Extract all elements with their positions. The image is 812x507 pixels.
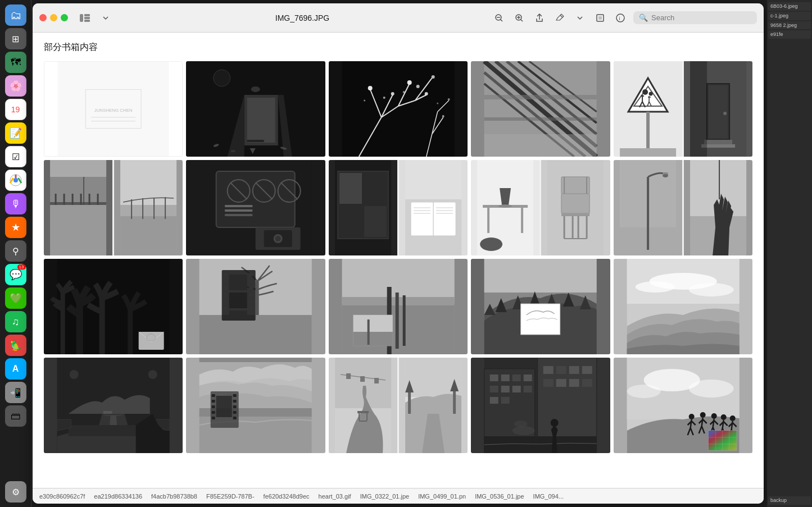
right-file-backup[interactable]: backup [768,496,811,505]
svg-point-201 [635,281,674,293]
dock-icon-toucan[interactable]: 🦜 [5,335,26,356]
search-input[interactable] [651,13,751,22]
share-button[interactable] [531,10,548,26]
sidebar-toggle-button[interactable] [77,12,93,24]
photo-cell-6[interactable] [44,160,183,255]
zoom-in-button[interactable] [511,10,528,26]
svg-rect-102 [225,209,253,212]
svg-rect-246 [501,374,510,381]
dock-icon-reminders[interactable]: ☑ [5,146,26,167]
dock-icon-wechat[interactable]: 💚 [5,287,26,309]
svg-rect-168 [249,280,253,283]
svg-rect-163 [223,286,228,290]
dock-icon-calendar[interactable]: 19 [5,99,26,120]
right-file-4[interactable]: e91fe [768,30,811,39]
edit-button[interactable] [551,10,568,26]
svg-rect-169 [249,286,253,290]
right-file-1[interactable]: 6B03-6.jpeg [768,2,811,11]
zoom-out-button[interactable] [491,10,507,26]
photo-cell-4[interactable] [471,61,610,157]
status-item-4: F85E259D-787B- [206,493,255,500]
photo-cell-12[interactable] [186,259,325,354]
svg-rect-103 [225,214,253,216]
svg-rect-135 [561,213,589,216]
photo-cell-17[interactable] [186,358,325,453]
svg-rect-234 [360,376,365,382]
svg-rect-182 [402,295,405,346]
photo-cell-8[interactable] [329,160,468,255]
status-item-3: f4acb7b98738b8 [151,493,197,500]
photo-cell-19[interactable] [471,358,610,453]
photo-cell-15[interactable] [614,259,752,354]
right-file-3[interactable]: 9658 2.jpeg [768,21,811,30]
svg-rect-247 [512,374,521,381]
photo-cell-1[interactable]: JUNSHENG CHEN [44,61,183,157]
svg-point-42 [447,98,450,101]
status-bar: e309c860962c7f ea219d86334136 f4acb7b987… [33,488,764,504]
markup-button[interactable]: i [612,10,629,26]
dock-icon-messages[interactable]: 💬 13 [5,264,26,285]
dock-icon-appstore[interactable]: A [5,358,26,380]
photo-cell-2[interactable] [186,61,325,157]
svg-line-10 [521,19,523,21]
maximize-button[interactable] [61,14,68,21]
svg-rect-240 [453,390,456,414]
dock-icon-chrome[interactable] [5,170,26,191]
svg-rect-25 [247,98,275,143]
svg-rect-113 [364,206,387,237]
svg-rect-254 [501,397,510,404]
dock-icon-maps[interactable]: 🗺 [5,52,26,73]
svg-rect-248 [524,374,532,381]
photo-cell-16[interactable] [44,358,183,453]
svg-rect-86 [120,216,176,255]
photo-cell-14[interactable] [471,259,610,354]
svg-point-270 [688,380,733,398]
photo-cell-13[interactable] [329,259,468,354]
svg-rect-173 [229,275,247,290]
svg-rect-165 [223,300,228,303]
svg-rect-227 [335,358,391,408]
svg-rect-213 [199,358,312,362]
svg-line-7 [501,19,503,21]
dock-icon-migration[interactable]: 📲 [5,382,26,403]
dropdown2-button[interactable] [571,10,588,26]
photo-cell-10[interactable] [614,160,752,255]
dropdown-button[interactable] [97,10,114,26]
svg-point-266 [551,419,559,427]
svg-rect-238 [408,391,411,414]
photo-cell-18[interactable] [329,358,468,453]
photo-cell-20[interactable] [614,358,752,453]
svg-point-37 [407,80,411,85]
svg-point-149 [663,174,668,177]
right-file-2[interactable]: c-1.jpeg [768,12,811,20]
photo-cell-3[interactable] [329,61,468,157]
dock-icon-launchpad[interactable]: ⊞ [5,28,26,49]
dock-icon-podcasts[interactable]: 🎙 [5,193,26,214]
photo-cell-5[interactable] [614,61,752,157]
svg-point-45 [402,91,405,93]
status-item-2: ea219d86334136 [94,493,142,500]
dock-icon-finder2[interactable]: 🗃 [5,405,26,427]
fullscreen-button[interactable] [592,10,609,26]
close-button[interactable] [39,14,47,21]
dock-icon-spotify[interactable]: ♫ [5,311,26,332]
svg-rect-161 [223,273,228,276]
dock-icon-finder[interactable]: 🗂 [5,4,26,26]
svg-rect-249 [490,386,498,392]
svg-rect-257 [569,366,579,374]
dock-icon-scout[interactable]: ⚲ [5,240,26,262]
dock-icon-photos[interactable]: 🌸 [5,75,26,97]
dock-icon-notes[interactable]: 📝 [5,122,26,144]
svg-rect-33 [247,140,264,142]
minimize-button[interactable] [50,14,57,21]
svg-point-39 [424,92,428,95]
svg-rect-231 [359,421,367,422]
svg-text:i: i [619,16,620,21]
photo-cell-7[interactable] [186,160,325,255]
dock-icon-reeder[interactable]: ★ [5,217,26,238]
photo-cell-11[interactable] [44,259,183,354]
status-item-5: fe620d3248d9ec [264,493,310,500]
dock-icon-settings[interactable]: ⚙ [5,481,26,503]
photo-cell-9[interactable] [471,160,610,255]
svg-rect-114 [339,173,362,204]
